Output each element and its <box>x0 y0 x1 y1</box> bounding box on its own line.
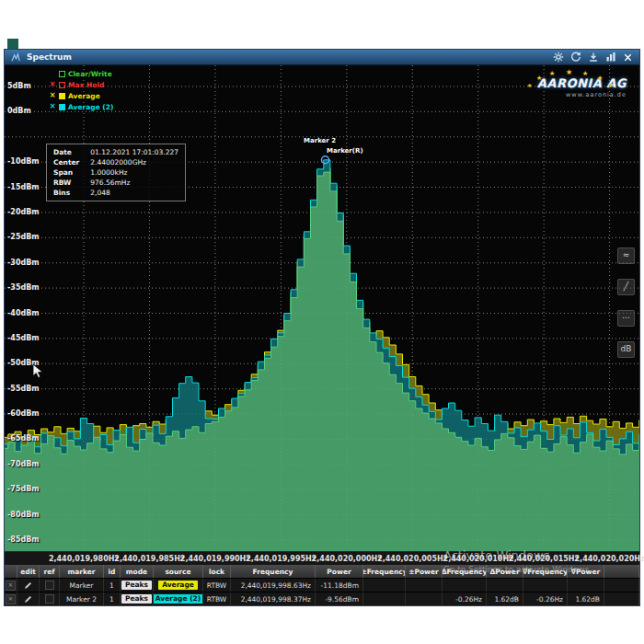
db-scale-icon[interactable]: dB <box>617 341 635 358</box>
col-header: marker <box>60 565 104 578</box>
trace-swatch <box>59 82 65 88</box>
col-header: lock <box>203 565 231 578</box>
close-icon[interactable] <box>621 52 635 63</box>
info-label: RBW <box>53 178 79 187</box>
plot-toolbar: ≈ ╱ ⋯ dB <box>617 247 635 358</box>
col-header: ∇Frequency <box>523 565 568 578</box>
y-axis-label: -60dBm <box>7 409 40 418</box>
edit-pencil-icon[interactable] <box>24 581 32 590</box>
row-filler <box>604 579 639 592</box>
y-axis-label: -20dBm <box>7 208 40 216</box>
clear-trace-icon[interactable]: × <box>49 103 56 110</box>
y-axis-label: -40dBm <box>7 309 40 317</box>
aaronia-logo: ★ ★ ★ ★ ★ ★ ★ AARONIA AG www.aaronia.de <box>525 76 627 98</box>
info-value: 1.0000kHz <box>90 168 178 177</box>
x-axis-label: 2,440,019,980Hz <box>49 555 119 563</box>
ref-checkbox[interactable] <box>45 581 54 590</box>
lock-value: RTBW <box>203 592 231 605</box>
legend-item-average-2[interactable]: × Average (2) <box>49 102 113 111</box>
marker-name: Marker <box>60 579 104 592</box>
marker-row-1[interactable]: × Marker 1 Peaks Average RTBW 2,440,019,… <box>5 578 639 592</box>
x-axis-label: 2,440,019,985Hz <box>114 555 184 563</box>
trace-legend: × Clear/Write × Max Hold × Average × <box>49 69 113 111</box>
marker-table: edit ref marker id mode source lock Freq… <box>5 565 639 605</box>
col-header: source <box>154 565 203 578</box>
info-value: 2,048 <box>90 189 178 197</box>
info-value: 976.56mHz <box>90 178 178 187</box>
info-label: Span <box>53 168 79 177</box>
marker-id: 1 <box>104 592 121 605</box>
y-axis-label: -25dBm <box>7 233 40 241</box>
info-label: Date <box>53 148 79 156</box>
ref-checkbox[interactable] <box>45 594 54 604</box>
marker-row-2[interactable]: × Marker 2 1 Peaks Average (2) RTBW 2,44… <box>5 592 639 605</box>
lock-value: RTBW <box>203 579 231 592</box>
marker-power: -11.18dBm <box>316 579 363 592</box>
download-icon[interactable] <box>586 52 600 63</box>
col-header: mode <box>121 565 154 578</box>
delta-power: 1.62dB <box>487 592 523 605</box>
legend-label: Average <box>68 92 100 100</box>
edit-pencil-icon[interactable] <box>24 595 32 604</box>
legend-item-average[interactable]: × Average <box>49 91 113 100</box>
y-axis-label: -70dBm <box>7 460 40 468</box>
clear-trace-icon[interactable]: × <box>49 81 56 88</box>
delete-marker-icon[interactable]: × <box>6 581 16 591</box>
star-icon: ★ <box>536 75 542 82</box>
mode-select[interactable]: Peaks <box>121 594 152 604</box>
delta-frequency <box>443 579 487 592</box>
trace-tool-icon[interactable]: ≈ <box>617 247 635 264</box>
legend-label: Average (2) <box>68 103 113 111</box>
col-header: Power <box>316 565 363 578</box>
plot-area[interactable]: 5dBm0dBm-10dBm-15dBm-20dBm-25dBm-30dBm-3… <box>5 65 639 551</box>
star-icon: ★ <box>527 82 532 88</box>
legend-label: Max Hold <box>68 81 104 89</box>
clear-trace-icon[interactable]: × <box>49 92 56 99</box>
source-select[interactable]: Average (2) <box>154 594 203 604</box>
legend-item-clear-write[interactable]: × Clear/Write <box>49 69 113 78</box>
page-corner-square <box>7 39 18 50</box>
delete-marker-icon[interactable]: × <box>6 594 16 604</box>
draw-tool-icon[interactable]: ╱ <box>617 279 635 295</box>
pm-frequency <box>363 592 406 605</box>
mode-select[interactable]: Peaks <box>121 581 152 590</box>
grad-frequency <box>523 579 568 592</box>
star-icon: ★ <box>597 75 603 82</box>
info-value: 01.12.2021 17:01:03.227 <box>90 148 178 156</box>
marker-table-header: edit ref marker id mode source lock Freq… <box>5 565 639 578</box>
col-header: ΔFrequency <box>443 565 487 578</box>
col-header: ∇Power <box>568 565 604 578</box>
spectrum-window-icon <box>9 52 23 63</box>
sweep-info-box: Date01.12.2021 17:01:03.227 Center2.4400… <box>46 144 186 201</box>
settings-gear-icon[interactable] <box>551 52 565 63</box>
page: Spectrum <box>0 0 644 644</box>
x-axis-label: 2,440,020,010Hz <box>443 555 513 563</box>
mouse-cursor <box>32 363 43 379</box>
info-value: 2.44002000GHz <box>90 158 178 167</box>
more-tools-icon[interactable]: ⋯ <box>617 310 635 327</box>
pm-power <box>406 579 443 592</box>
statistics-icon[interactable] <box>604 52 617 63</box>
y-axis-label: -85dBm <box>7 535 40 544</box>
frequency-axis: 2,440,019,980Hz2,440,019,985Hz2,440,019,… <box>5 551 639 565</box>
refresh-icon[interactable] <box>569 52 582 63</box>
legend-item-max-hold[interactable]: × Max Hold <box>49 80 113 89</box>
row-filler <box>604 592 639 605</box>
grad-frequency: -0.26Hz <box>523 592 568 605</box>
source-select[interactable]: Average <box>158 581 198 590</box>
col-header <box>5 565 17 578</box>
x-axis-label: 2,440,020,015Hz <box>509 555 579 563</box>
col-header: id <box>104 565 121 578</box>
trace-swatch <box>59 71 65 77</box>
col-header: ±Frequency <box>363 565 406 578</box>
grad-power: 1.62dB <box>568 592 604 605</box>
x-axis-label: 2,440,019,995Hz <box>246 555 316 563</box>
window-title: Spectrum <box>27 52 72 62</box>
y-axis-label: -80dBm <box>7 511 40 519</box>
star-icon: ★ <box>608 82 613 88</box>
y-axis-label: 0dBm <box>7 107 31 115</box>
marker-power: -9.56dBm <box>316 592 363 605</box>
spectrum-window: Spectrum <box>5 50 639 605</box>
y-axis-label: -35dBm <box>7 283 40 292</box>
trace-swatch <box>59 104 65 110</box>
